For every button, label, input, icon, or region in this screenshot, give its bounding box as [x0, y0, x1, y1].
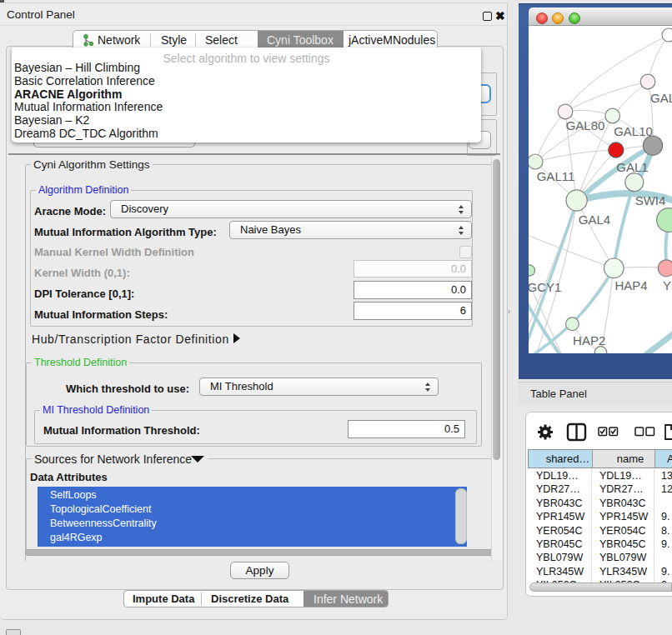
svg-text:HAP4: HAP4	[614, 278, 647, 292]
svg-text:GAL11: GAL11	[537, 169, 575, 183]
svg-text:GCY1: GCY1	[529, 280, 561, 294]
svg-text:YBR: YBR	[663, 278, 672, 292]
svg-text:GAL10: GAL10	[614, 124, 653, 138]
svg-text:GAL80: GAL80	[566, 118, 605, 132]
svg-text:GAL1: GAL1	[616, 160, 648, 174]
svg-text:GAL4: GAL4	[579, 212, 610, 227]
svg-text:SWI4: SWI4	[635, 193, 666, 208]
svg-text:GAL7: GAL7	[650, 91, 672, 105]
svg-text:HAP2: HAP2	[573, 333, 605, 348]
